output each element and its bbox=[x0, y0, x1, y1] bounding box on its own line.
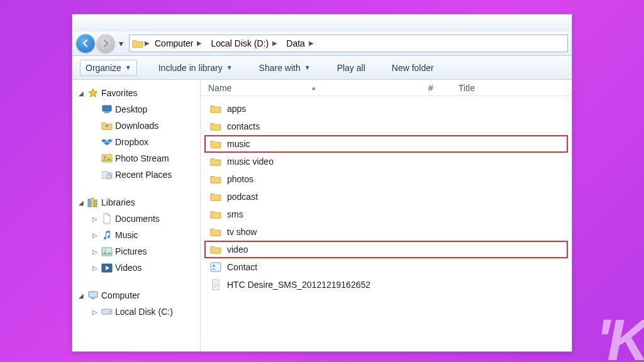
file-list-pane: Name ▲ # Title appscontactsmusicmusic vi… bbox=[201, 80, 572, 351]
svg-point-3 bbox=[104, 156, 106, 158]
sidebar-item-label: Desktop bbox=[115, 104, 147, 114]
chevron-right-icon: ▶ bbox=[309, 40, 314, 47]
sidebar-item-label: Videos bbox=[115, 263, 142, 273]
breadcrumb-label: Local Disk (D:) bbox=[211, 38, 269, 48]
file-item-htc-desire-sms-20121219162652[interactable]: HTC Desire_SMS_20121219162652 bbox=[204, 276, 568, 293]
file-item-contact[interactable]: Contact bbox=[204, 258, 568, 276]
svg-rect-11 bbox=[89, 292, 97, 297]
svg-rect-12 bbox=[91, 298, 95, 299]
explorer-body: ◢ Favorites DesktopDownloadsDropboxPhoto… bbox=[72, 80, 572, 351]
collapse-icon[interactable]: ◢ bbox=[77, 199, 85, 206]
col-num-label: # bbox=[428, 83, 433, 93]
dropbox-icon bbox=[101, 136, 113, 148]
nav-history-dropdown[interactable]: ▾ bbox=[116, 38, 125, 48]
star-icon bbox=[87, 87, 99, 99]
explorer-window: ▾ ▶ Computer ▶ Local Disk (D:) ▶ Data ▶ … bbox=[72, 14, 572, 352]
breadcrumb-label: Data bbox=[286, 38, 305, 48]
column-header-number[interactable]: # bbox=[428, 83, 458, 93]
sidebar-item-desktop[interactable]: Desktop bbox=[72, 101, 200, 118]
libraries-icon bbox=[87, 197, 99, 208]
file-name: video bbox=[227, 244, 248, 255]
navigation-pane: ◢ Favorites DesktopDownloadsDropboxPhoto… bbox=[72, 80, 201, 351]
sidebar-item-photo-stream[interactable]: Photo Stream bbox=[72, 150, 200, 167]
expand-icon[interactable]: ▷ bbox=[91, 248, 99, 255]
svg-rect-8 bbox=[102, 248, 112, 256]
breadcrumb-segment[interactable]: Local Disk (D:) ▶ bbox=[207, 35, 281, 52]
file-item-music-video[interactable]: music video bbox=[204, 153, 568, 170]
back-button[interactable] bbox=[76, 34, 95, 53]
sidebar-item-downloads[interactable]: Downloads bbox=[72, 118, 200, 134]
address-bar: ▾ ▶ Computer ▶ Local Disk (D:) ▶ Data ▶ bbox=[72, 31, 572, 56]
breadcrumb-segment[interactable]: Data ▶ bbox=[282, 35, 318, 52]
command-bar: Organize ▼ Include in library ▼ Share wi… bbox=[72, 56, 572, 80]
file-item-apps[interactable]: apps bbox=[204, 100, 568, 118]
computer-group: ◢ Computer ▷Local Disk (C:) bbox=[72, 287, 200, 320]
svg-rect-1 bbox=[104, 112, 109, 113]
new-folder-button[interactable]: New folder bbox=[387, 60, 439, 75]
disk-icon bbox=[101, 306, 113, 317]
file-item-photos[interactable]: photos bbox=[204, 170, 568, 188]
file-name: music video bbox=[227, 156, 274, 167]
col-name-label: Name bbox=[208, 83, 231, 93]
recent-icon bbox=[101, 169, 113, 180]
chevron-right-icon: ▶ bbox=[145, 40, 150, 47]
expand-icon[interactable]: ▷ bbox=[91, 216, 99, 222]
folder-icon bbox=[209, 121, 222, 132]
include-in-library-button[interactable]: Include in library ▼ bbox=[153, 60, 238, 75]
file-name: sms bbox=[227, 209, 243, 219]
sidebar-item-dropbox[interactable]: Dropbox bbox=[72, 134, 200, 150]
photostream-icon bbox=[101, 153, 113, 164]
expand-icon[interactable]: ▷ bbox=[91, 309, 99, 315]
organize-button[interactable]: Organize ▼ bbox=[80, 60, 137, 76]
libraries-label: Libraries bbox=[101, 197, 135, 207]
file-item-podcast[interactable]: podcast bbox=[204, 188, 568, 206]
file-item-sms[interactable]: sms bbox=[204, 206, 568, 223]
computer-label: Computer bbox=[101, 290, 140, 300]
sidebar-item-videos[interactable]: ▷Videos bbox=[72, 260, 200, 276]
sidebar-item-music[interactable]: ▷Music bbox=[72, 227, 200, 243]
collapse-icon[interactable]: ◢ bbox=[77, 90, 85, 97]
share-with-button[interactable]: Share with ▼ bbox=[254, 60, 316, 75]
libraries-header[interactable]: ◢ Libraries bbox=[72, 194, 200, 211]
sidebar-item-pictures[interactable]: ▷Pictures bbox=[72, 243, 200, 260]
sidebar-item-label: Music bbox=[115, 230, 138, 240]
favorites-header[interactable]: ◢ Favorites bbox=[72, 85, 200, 101]
sidebar-item-documents[interactable]: ▷Documents bbox=[72, 211, 200, 227]
folder-icon bbox=[209, 209, 222, 220]
expand-icon[interactable]: ▷ bbox=[91, 232, 99, 239]
svg-rect-7 bbox=[94, 200, 97, 207]
favorites-group: ◢ Favorites DesktopDownloadsDropboxPhoto… bbox=[72, 85, 200, 183]
file-item-video[interactable]: video bbox=[204, 241, 568, 258]
column-headers: Name ▲ # Title bbox=[201, 80, 572, 96]
watermark: 'K bbox=[596, 307, 644, 362]
svg-rect-15 bbox=[211, 263, 221, 272]
file-item-tv-show[interactable]: tv show bbox=[204, 223, 568, 241]
forward-button[interactable] bbox=[96, 34, 115, 53]
downloads-icon bbox=[101, 120, 113, 131]
folder-icon bbox=[209, 103, 222, 114]
file-item-contacts[interactable]: contacts bbox=[204, 118, 568, 135]
column-header-name[interactable]: Name ▲ bbox=[208, 83, 428, 93]
sidebar-item-label: Local Disk (C:) bbox=[115, 307, 173, 317]
sidebar-item-label: Recent Places bbox=[115, 170, 172, 180]
column-header-title[interactable]: Title bbox=[458, 83, 572, 93]
file-name: music bbox=[227, 139, 250, 149]
svg-point-16 bbox=[213, 265, 215, 267]
play-all-button[interactable]: Play all bbox=[332, 60, 370, 75]
folder-icon bbox=[132, 38, 143, 48]
sidebar-item-label: Photo Stream bbox=[115, 153, 169, 163]
sidebar-item-recent-places[interactable]: Recent Places bbox=[72, 167, 200, 183]
file-item-music[interactable]: music bbox=[204, 135, 568, 153]
expand-icon[interactable]: ▷ bbox=[91, 265, 99, 272]
sidebar-item-local-disk-c-[interactable]: ▷Local Disk (C:) bbox=[72, 304, 200, 320]
file-list: appscontactsmusicmusic videophotospodcas… bbox=[201, 96, 572, 297]
svg-rect-5 bbox=[88, 199, 91, 207]
pictures-icon bbox=[101, 246, 113, 257]
breadcrumb-segment[interactable]: Computer ▶ bbox=[151, 35, 206, 52]
breadcrumb[interactable]: ▶ Computer ▶ Local Disk (D:) ▶ Data ▶ bbox=[129, 35, 568, 52]
computer-header[interactable]: ◢ Computer bbox=[72, 287, 200, 304]
sort-asc-icon: ▲ bbox=[235, 85, 316, 91]
collapse-icon[interactable]: ◢ bbox=[77, 292, 85, 299]
folder-icon bbox=[209, 156, 222, 167]
file-name: apps bbox=[227, 104, 246, 114]
